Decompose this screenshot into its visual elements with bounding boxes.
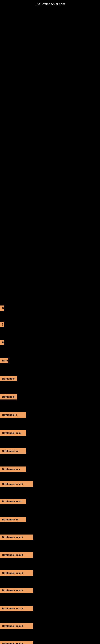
result-item: Bottleneck result — [0, 606, 33, 611]
bottleneck-result-badge[interactable]: Bottleneck result — [0, 623, 33, 629]
bottleneck-result-badge[interactable]: Bottle — [0, 358, 8, 363]
bottleneck-result-badge[interactable]: Bottleneck result — [0, 570, 33, 576]
result-item: Bottleneck — [0, 376, 17, 381]
result-item: Bottleneck res — [0, 466, 26, 472]
result-item: Bottle — [0, 358, 8, 363]
result-item: B — [0, 306, 4, 311]
result-item: Bottleneck r — [0, 412, 26, 418]
bottleneck-result-badge[interactable]: Bottleneck result — [0, 534, 33, 540]
bottleneck-result-badge[interactable]: Bottleneck res — [0, 466, 26, 472]
result-item: Bottleneck result — [0, 623, 33, 629]
bottleneck-result-badge[interactable]: B — [0, 306, 4, 311]
result-item: Bottleneck result — [0, 552, 33, 558]
bottleneck-result-badge[interactable]: Bottleneck — [0, 376, 17, 381]
site-title: TheBottlenecker.com — [0, 0, 100, 8]
bottleneck-result-badge[interactable]: Bottleneck r — [0, 412, 26, 418]
result-item: Bottleneck re — [0, 448, 26, 454]
result-item: B — [0, 340, 4, 345]
bottleneck-result-badge[interactable]: Bottleneck — [0, 394, 17, 400]
bottleneck-result-badge[interactable]: Bottleneck result — [0, 482, 33, 487]
bottleneck-result-badge[interactable]: Bottleneck result — [0, 606, 33, 611]
bottleneck-result-badge[interactable]: Bottleneck re — [0, 448, 26, 454]
result-item: Bottleneck result — [0, 570, 33, 576]
result-item: Bottleneck — [0, 394, 17, 400]
bottleneck-result-badge[interactable]: Bottleneck result — [0, 588, 33, 593]
bottleneck-result-badge[interactable]: Bottleneck result — [0, 552, 33, 558]
result-item: Bottleneck re — [0, 517, 26, 522]
result-item: Bottleneck result — [0, 534, 33, 540]
bottleneck-result-badge[interactable]: B — [0, 340, 4, 345]
result-item: Bottleneck result — [0, 641, 33, 644]
result-item: [ — [0, 322, 4, 327]
result-item: Bottleneck resu — [0, 430, 26, 436]
bottleneck-result-badge[interactable]: Bottleneck re — [0, 517, 26, 522]
bottleneck-result-badge[interactable]: Bottleneck result — [0, 641, 33, 644]
result-item: Bottleneck result — [0, 588, 33, 593]
result-item: Bottleneck resul — [0, 499, 26, 504]
bottleneck-result-badge[interactable]: [ — [0, 322, 4, 327]
bottleneck-result-badge[interactable]: Bottleneck resu — [0, 430, 26, 436]
result-item: Bottleneck result — [0, 482, 33, 487]
bottleneck-result-badge[interactable]: Bottleneck resul — [0, 499, 26, 504]
